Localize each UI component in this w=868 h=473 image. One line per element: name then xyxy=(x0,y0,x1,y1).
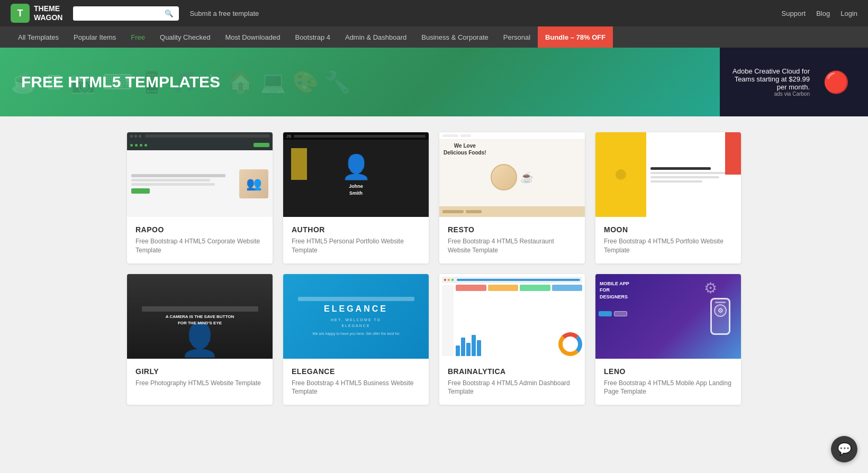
card-info-moon: MOON Free Bootstrap 4 HTML5 Portfolio We… xyxy=(595,217,741,263)
card-info-girly: GIRLY Free Photography HTML5 Website Tem… xyxy=(127,359,273,396)
card-info-elegance: ELEGANCE Free Bootstrap 4 HTML5 Business… xyxy=(283,359,429,405)
template-thumb-author: JS 👤 JohneSmith xyxy=(283,132,429,217)
hero-advertisement[interactable]: Adobe Creative Cloud for Teams starting … xyxy=(720,48,868,116)
hero-ad-text: Adobe Creative Cloud for Teams starting … xyxy=(730,67,810,91)
card-desc-elegance: Free Bootstrap 4 HTML5 Business Website … xyxy=(292,379,420,397)
template-card-leno[interactable]: MOBILE APPFORDESIGNERS ⚙ ⚙ LENO Free Boo… xyxy=(595,274,741,405)
nav-admin-dashboard[interactable]: Admin & Dashboard xyxy=(338,26,414,48)
login-link[interactable]: Login xyxy=(840,10,857,17)
nav-all-templates[interactable]: All Templates xyxy=(11,26,66,48)
hero-ad-sub: ads via Carbon xyxy=(730,91,810,97)
search-input[interactable] xyxy=(73,6,159,21)
template-card-brainalytica[interactable]: BRAINALYTICA Free Bootstrap 4 HTML5 Admi… xyxy=(439,274,585,405)
template-thumb-rapoo: 👥 xyxy=(127,132,273,217)
nav-free[interactable]: Free xyxy=(123,26,152,48)
support-link[interactable]: Support xyxy=(782,10,806,17)
card-info-leno: LENO Free Bootstrap 4 HTML5 Mobile App L… xyxy=(595,359,741,405)
card-desc-girly: Free Photography HTML5 Website Template xyxy=(135,379,264,388)
card-title-leno: LENO xyxy=(604,367,733,376)
template-thumb-resto: We LoveDelicious Foods! ☕ xyxy=(439,132,585,217)
card-desc-brainalytica: Free Bootstrap 4 HTML5 Admin Dashboard T… xyxy=(448,379,576,397)
card-info-resto: RESTO Free Bootstrap 4 HTML5 Restauraunt… xyxy=(439,217,585,263)
template-card-girly[interactable]: 👤 A CAMERA IS THE SAVE BUTTONFOR THE MIN… xyxy=(127,274,273,405)
search-icon: 🔍 xyxy=(165,10,174,17)
top-bar: T THEMEWAGON 🔍 Submit a free template Su… xyxy=(0,0,868,26)
card-title-brainalytica: BRAINALYTICA xyxy=(448,367,576,376)
nav-bootstrap4[interactable]: Bootstrap 4 xyxy=(287,26,338,48)
nav-bundle[interactable]: Bundle – 78% OFF xyxy=(538,26,613,48)
template-card-moon[interactable]: MOON Free Bootstrap 4 HTML5 Portfolio We… xyxy=(595,132,741,263)
card-title-girly: GIRLY xyxy=(135,367,264,376)
card-title-elegance: ELEGANCE xyxy=(292,367,420,376)
template-card-rapoo[interactable]: 👥 RAPOO Free Bootstrap 4 HTML5 Corporate… xyxy=(127,132,273,263)
logo-text: THEMEWAGON xyxy=(34,4,62,22)
adobe-cc-icon: 🔴 xyxy=(823,70,849,95)
nav-business-corporate[interactable]: Business & Corporate xyxy=(414,26,495,48)
template-thumb-leno: MOBILE APPFORDESIGNERS ⚙ ⚙ xyxy=(595,274,741,359)
template-thumb-girly: 👤 A CAMERA IS THE SAVE BUTTONFOR THE MIN… xyxy=(127,274,273,359)
nav-personal[interactable]: Personal xyxy=(496,26,538,48)
card-title-author: AUTHOR xyxy=(292,225,420,234)
card-title-resto: RESTO xyxy=(448,225,576,234)
hero-section: ☕ 🖥 📷 ⌨ 📱 🎵 ✈ 🏠 💻 🎨 🔧 FREE HTML5 TEMPLAT… xyxy=(0,48,868,116)
template-card-elegance[interactable]: ELEGANCE HEY, WELCOME TOELEGANCE We are … xyxy=(283,274,429,405)
card-desc-resto: Free Bootstrap 4 HTML5 Restauraunt Websi… xyxy=(448,237,576,255)
nav-most-downloaded[interactable]: Most Downloaded xyxy=(218,26,287,48)
card-desc-rapoo: Free Bootstrap 4 HTML5 Corporate Website… xyxy=(135,237,264,255)
card-desc-author: Free HTML5 Personal Portfolio Website Te… xyxy=(292,237,420,255)
submit-template-link[interactable]: Submit a free template xyxy=(189,10,259,17)
logo-icon: T xyxy=(11,4,30,23)
blog-link[interactable]: Blog xyxy=(816,10,830,17)
main-nav: All Templates Popular Items Free Quality… xyxy=(0,26,868,48)
template-thumb-elegance: ELEGANCE HEY, WELCOME TOELEGANCE We are … xyxy=(283,274,429,359)
card-info-brainalytica: BRAINALYTICA Free Bootstrap 4 HTML5 Admi… xyxy=(439,359,585,405)
main-content: 👥 RAPOO Free Bootstrap 4 HTML5 Corporate… xyxy=(116,116,752,421)
logo[interactable]: T THEMEWAGON xyxy=(11,4,62,23)
card-info-rapoo: RAPOO Free Bootstrap 4 HTML5 Corporate W… xyxy=(127,217,273,263)
top-bar-right: Support Blog Login xyxy=(782,10,857,17)
template-card-resto[interactable]: We LoveDelicious Foods! ☕ RESTO Free Boo… xyxy=(439,132,585,263)
card-desc-moon: Free Bootstrap 4 HTML5 Portfolio Website… xyxy=(604,237,733,255)
template-card-author[interactable]: JS 👤 JohneSmith AUTHOR Free HTML5 Person… xyxy=(283,132,429,263)
card-title-moon: MOON xyxy=(604,225,733,234)
search-button[interactable]: 🔍 xyxy=(159,6,179,21)
card-title-rapoo: RAPOO xyxy=(135,225,264,234)
card-desc-leno: Free Bootstrap 4 HTML5 Mobile App Landin… xyxy=(604,379,733,397)
search-bar-container: 🔍 xyxy=(73,6,179,21)
nav-popular-items[interactable]: Popular Items xyxy=(66,26,123,48)
template-thumb-brainalytica xyxy=(439,274,585,359)
adobe-cc-logo: 🔴 xyxy=(815,61,857,103)
nav-quality-checked[interactable]: Quality Checked xyxy=(152,26,218,48)
card-info-author: AUTHOR Free HTML5 Personal Portfolio Web… xyxy=(283,217,429,263)
template-grid: 👥 RAPOO Free Bootstrap 4 HTML5 Corporate… xyxy=(127,132,741,405)
hero-title: FREE HTML5 TEMPLATES xyxy=(21,73,220,91)
template-thumb-moon xyxy=(595,132,741,217)
